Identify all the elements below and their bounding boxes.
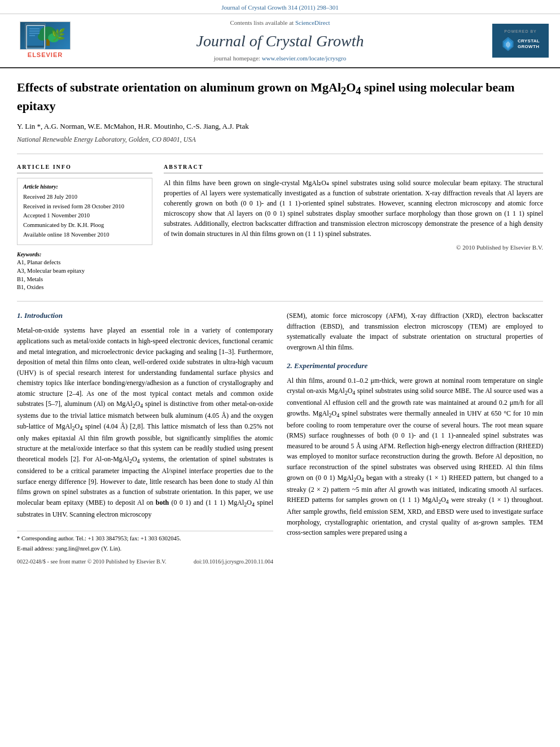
section2-text: Al thin films, around 0.1–0.2 μm-thick, …: [287, 375, 543, 538]
article-info-abstract-section: ARTICLE INFO Article history: Received 2…: [17, 163, 543, 292]
keyword-4: B1, Oxides: [17, 283, 152, 292]
svg-rect-0: [25, 24, 45, 47]
elsevier-logo-image: [20, 21, 71, 50]
body-left-column: 1. Introduction Metal-on-oxide systems h…: [17, 311, 273, 565]
authors-line: Y. Lin *, A.G. Norman, W.E. McMahon, H.R…: [17, 121, 543, 132]
footnote-section: * Corresponding author. Tel.: +1 303 384…: [17, 531, 273, 553]
body-columns: 1. Introduction Metal-on-oxide systems h…: [17, 311, 543, 565]
article-info-column: ARTICLE INFO Article history: Received 2…: [17, 163, 152, 292]
affiliation: National Renewable Energy Laboratory, Go…: [17, 135, 543, 145]
crystal-growth-title: CRYSTAL: [518, 38, 540, 44]
keyword-1: A1, Planar defects: [17, 259, 152, 267]
footnote-email: E-mail address: yang.lin@nrel.gov (Y. Li…: [17, 545, 273, 553]
svg-point-5: [38, 33, 47, 41]
divider-2: [17, 301, 543, 302]
history-label: Article history:: [23, 183, 146, 191]
issn-line: 0022-0248/$ - see front matter © 2010 Pu…: [17, 558, 167, 566]
article-title: Effects of substrate orientation on alum…: [17, 80, 543, 115]
svg-rect-1: [27, 25, 43, 46]
powered-by-label: powered by: [504, 29, 536, 34]
svg-point-2: [40, 27, 56, 40]
article-info-header: ARTICLE INFO: [17, 163, 152, 173]
communicated-by: Communicated by Dr. K.H. Ploog: [23, 221, 146, 230]
footnote-corresponding: * Corresponding author. Tel.: +1 303 384…: [17, 535, 273, 543]
contents-available-line: Contents lists available at ScienceDirec…: [79, 19, 481, 27]
journal-header: ELSEVIER Contents lists available at Sci…: [0, 14, 560, 68]
divider-1: [17, 154, 543, 154]
received-date: Received 28 July 2010: [23, 193, 146, 202]
keyword-2: A3, Molecular beam epitaxy: [17, 267, 152, 276]
section1-title: 1. Introduction: [17, 311, 273, 321]
accepted-date: Accepted 1 November 2010: [23, 212, 146, 220]
keywords-label: Keywords:: [17, 251, 152, 259]
article-info-box: Article history: Received 28 July 2010 R…: [17, 178, 152, 245]
abstract-column: ABSTRACT Al thin films have been grown o…: [164, 163, 543, 292]
section1-text: Metal-on-oxide systems have played an es…: [17, 325, 273, 519]
doi-line: doi:10.1016/j.jcrysgro.2010.11.004: [194, 558, 273, 566]
copyright-notice: © 2010 Published by Elsevier B.V.: [164, 243, 543, 252]
received-revised-label: Received in revised form 28 October 2010: [23, 203, 146, 211]
sciencedirect-link[interactable]: ScienceDirect: [295, 19, 330, 26]
homepage-url[interactable]: www.elsevier.com/locate/jcrysgro: [262, 55, 347, 62]
journal-ref: Journal of Crystal Growth 314 (2011) 298…: [221, 4, 338, 11]
elsevier-label: ELSEVIER: [28, 51, 63, 59]
journal-title: Journal of Crystal Growth: [79, 30, 481, 52]
section1-right-text: (SEM), atomic force microscopy (AFM), X-…: [287, 311, 543, 352]
crystal-growth-logo: powered by CRYSTAL GROWTH: [492, 24, 549, 58]
elsevier-branding: ELSEVIER: [11, 21, 79, 59]
section2-title: 2. Experimental procedure: [287, 361, 543, 371]
journal-homepage-line: journal homepage: www.elsevier.com/locat…: [79, 54, 481, 63]
abstract-text: Al thin films have been grown on single-…: [164, 178, 543, 239]
article-content: Effects of substrate orientation on alum…: [0, 68, 560, 576]
available-online: Available online 18 November 2010: [23, 231, 146, 239]
abstract-header: ABSTRACT: [164, 163, 543, 173]
journal-title-section: Contents lists available at ScienceDirec…: [79, 19, 481, 63]
crystal-growth-logo-section: powered by CRYSTAL GROWTH: [481, 24, 549, 58]
bottom-bar: 0022-0248/$ - see front matter © 2010 Pu…: [17, 558, 273, 566]
journal-reference-bar: Journal of Crystal Growth 314 (2011) 298…: [0, 0, 560, 14]
body-right-column: (SEM), atomic force microscopy (AFM), X-…: [287, 311, 543, 565]
keywords-section: Keywords: A1, Planar defects A3, Molecul…: [17, 251, 152, 292]
keyword-3: B1, Metals: [17, 276, 152, 284]
svg-point-4: [48, 33, 59, 42]
elsevier-logo: ELSEVIER: [11, 21, 79, 59]
